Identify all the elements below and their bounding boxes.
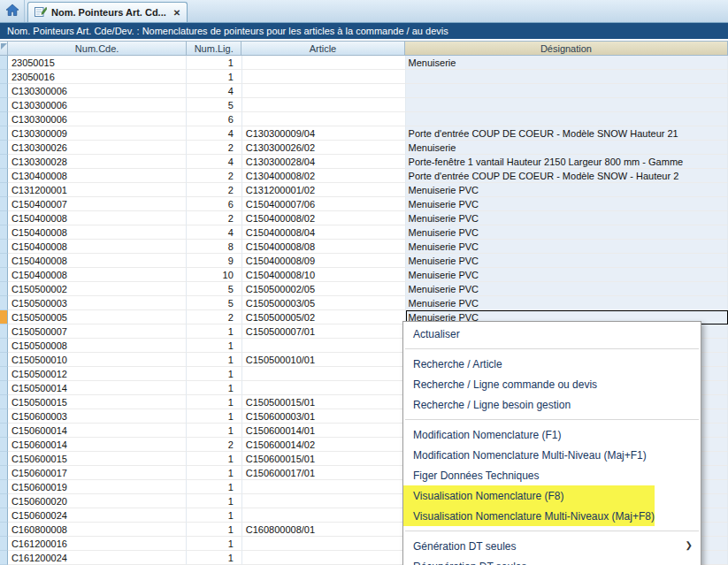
table-row[interactable]: C1303000066 <box>0 112 728 126</box>
cell-article[interactable]: C150400007/06 <box>242 197 406 211</box>
row-selector[interactable] <box>0 494 8 508</box>
row-selector[interactable] <box>0 395 8 409</box>
cell-article[interactable] <box>242 381 406 395</box>
cell-num-cde[interactable]: C130300006 <box>8 98 187 112</box>
row-selector[interactable] <box>0 508 8 523</box>
cell-designation[interactable]: Menuiserie PVC <box>406 254 728 268</box>
row-selector[interactable] <box>0 169 8 183</box>
column-header-article[interactable]: Article <box>241 41 405 56</box>
cell-designation[interactable] <box>406 70 728 84</box>
row-selector[interactable] <box>0 141 8 155</box>
row-selector[interactable] <box>0 240 8 254</box>
row-selector[interactable] <box>0 537 8 551</box>
menu-item-r-cup-ration-dt-seules[interactable]: Récupération DT seules <box>403 556 701 565</box>
cell-num-cde[interactable]: 23050016 <box>8 70 187 84</box>
cell-designation[interactable]: Porte d'entrée COUP DE COEUR - Modèle SN… <box>406 169 728 183</box>
cell-num-lig[interactable]: 1 <box>187 494 242 508</box>
cell-num-cde[interactable]: C150600003 <box>8 409 187 424</box>
menu-item-visualisation-nomenclature-f8[interactable]: Visualisation Nomenclature (F8) <box>403 485 701 506</box>
cell-num-lig[interactable]: 1 <box>187 508 242 523</box>
cell-num-lig[interactable]: 6 <box>187 197 242 211</box>
table-row[interactable]: C1504000089C150400008/09Menuiserie PVC <box>0 254 728 268</box>
row-selector[interactable] <box>0 466 8 480</box>
table-row[interactable]: 230500161 <box>0 70 728 84</box>
cell-num-lig[interactable]: 1 <box>187 409 242 424</box>
cell-article[interactable]: C130300026/02 <box>242 141 406 155</box>
menu-item-recherche-article[interactable]: Recherche / Article <box>403 354 701 374</box>
cell-article[interactable]: C150500003/05 <box>242 296 406 310</box>
tab-close-icon[interactable]: ✕ <box>173 8 180 18</box>
table-row[interactable]: C1504000082C150400008/02Menuiserie PVC <box>0 211 728 225</box>
row-selector[interactable] <box>0 339 8 353</box>
home-button[interactable] <box>0 0 25 22</box>
table-row[interactable]: C15040000810C150400008/10Menuiserie PVC <box>0 268 728 282</box>
cell-num-cde[interactable]: C150500015 <box>8 395 187 409</box>
cell-article[interactable]: C150500015/01 <box>242 395 406 409</box>
cell-article[interactable]: C150500002/05 <box>242 282 406 296</box>
table-row[interactable]: C1504000084C150400008/04Menuiserie PVC <box>0 225 728 240</box>
cell-num-cde[interactable]: C130300026 <box>8 141 187 155</box>
cell-num-lig[interactable]: 2 <box>187 438 242 452</box>
cell-num-cde[interactable]: C150400008 <box>8 211 187 225</box>
cell-num-cde[interactable]: C150400008 <box>8 268 187 282</box>
cell-num-cde[interactable]: C150500002 <box>8 282 187 296</box>
cell-num-cde[interactable]: C150400008 <box>8 254 187 268</box>
row-selector-selected[interactable] <box>0 310 8 324</box>
cell-article[interactable]: C150600015/01 <box>242 452 406 466</box>
cell-article[interactable]: C130300028/04 <box>242 155 406 169</box>
cell-num-cde[interactable]: C150600019 <box>8 480 187 494</box>
cell-num-cde[interactable]: C130300009 <box>8 126 187 141</box>
menu-item-modification-nomenclature-f1[interactable]: Modification Nomenclature (F1) <box>403 424 701 445</box>
row-selector[interactable] <box>0 126 8 141</box>
cell-article[interactable] <box>242 480 406 494</box>
cell-article[interactable]: C131200001/02 <box>242 183 406 197</box>
row-selector[interactable] <box>0 282 8 296</box>
column-header-num-lig[interactable]: Num.Lig. <box>187 41 241 56</box>
cell-num-cde[interactable]: C161200016 <box>8 537 187 551</box>
cell-num-cde[interactable]: C130300006 <box>8 84 187 98</box>
cell-article[interactable]: C130300009/04 <box>242 126 406 141</box>
cell-designation[interactable]: Menuiserie PVC <box>406 296 728 310</box>
select-all-corner[interactable] <box>0 41 8 56</box>
cell-num-cde[interactable]: C150500007 <box>8 324 187 339</box>
cell-num-cde[interactable]: C130300006 <box>8 112 187 126</box>
cell-article[interactable]: C150500007/01 <box>242 324 406 339</box>
row-selector[interactable] <box>0 56 8 70</box>
cell-designation[interactable]: Menuiserie PVC <box>406 183 728 197</box>
cell-article[interactable]: C150400008/09 <box>242 254 406 268</box>
cell-num-cde[interactable]: C150600020 <box>8 494 187 508</box>
column-header-designation[interactable]: Désignation <box>405 41 728 56</box>
row-selector[interactable] <box>0 381 8 395</box>
cell-article[interactable] <box>242 551 406 565</box>
cell-num-lig[interactable]: 1 <box>187 381 242 395</box>
cell-num-lig[interactable]: 1 <box>187 452 242 466</box>
cell-designation[interactable] <box>406 84 728 98</box>
table-row[interactable]: C1312000012C131200001/02Menuiserie PVC <box>0 183 728 197</box>
row-selector[interactable] <box>0 480 8 494</box>
row-selector[interactable] <box>0 551 8 565</box>
cell-article[interactable]: C150400008/02 <box>242 211 406 225</box>
table-row[interactable]: C1303000262C130300026/02Menuiserie <box>0 141 728 155</box>
cell-article[interactable] <box>242 84 406 98</box>
cell-article[interactable] <box>242 508 406 523</box>
cell-num-cde[interactable]: C150600024 <box>8 508 187 523</box>
cell-num-cde[interactable]: C150600014 <box>8 424 187 438</box>
row-selector[interactable] <box>0 155 8 169</box>
cell-article[interactable] <box>242 70 406 84</box>
cell-designation[interactable]: Menuiserie <box>406 141 728 155</box>
cell-designation[interactable]: Menuiserie <box>406 56 728 70</box>
cell-article[interactable] <box>242 537 406 551</box>
menu-item-g-n-ration-dt-seules[interactable]: Génération DT seules❯ <box>403 536 701 556</box>
cell-num-lig[interactable]: 1 <box>187 424 242 438</box>
cell-num-cde[interactable]: C160800008 <box>8 523 187 537</box>
cell-num-lig[interactable]: 1 <box>187 480 242 494</box>
cell-num-lig[interactable]: 5 <box>187 98 242 112</box>
cell-article[interactable] <box>242 56 406 70</box>
table-row[interactable]: C1303000065 <box>0 98 728 112</box>
cell-num-lig[interactable]: 1 <box>187 537 242 551</box>
cell-num-cde[interactable]: C150400008 <box>8 240 187 254</box>
cell-num-lig[interactable]: 2 <box>187 169 242 183</box>
cell-num-lig[interactable]: 1 <box>187 56 242 70</box>
cell-num-cde[interactable]: C150600015 <box>8 452 187 466</box>
cell-article[interactable]: C150600014/01 <box>242 424 406 438</box>
